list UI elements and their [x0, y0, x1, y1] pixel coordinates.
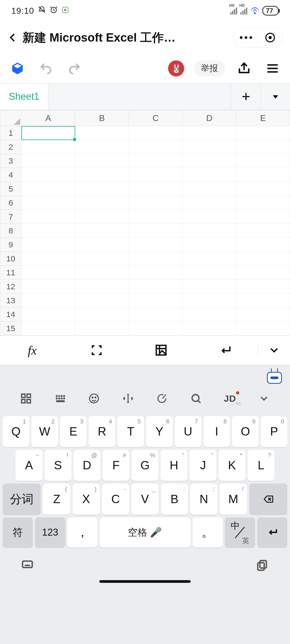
key-t[interactable]: 5T [117, 416, 144, 447]
language-switch-key[interactable]: 中英 [225, 517, 255, 547]
fx-button[interactable]: fx [0, 343, 64, 357]
cell[interactable] [129, 224, 183, 238]
cell[interactable] [21, 266, 75, 280]
enter-key[interactable] [257, 517, 287, 547]
cell[interactable] [236, 210, 290, 224]
cell[interactable] [236, 252, 290, 266]
col-header[interactable]: C [129, 110, 183, 126]
row-header[interactable]: 14 [0, 308, 21, 321]
key-s[interactable]: !S [45, 450, 71, 481]
cell[interactable] [75, 224, 129, 238]
cell[interactable] [21, 224, 75, 238]
cell[interactable] [21, 280, 75, 294]
ime-clip-icon[interactable] [145, 393, 179, 404]
cell[interactable] [21, 196, 75, 210]
cell[interactable] [75, 308, 129, 321]
row-header[interactable]: 2 [0, 140, 21, 154]
cell[interactable] [129, 266, 183, 280]
cell[interactable] [129, 182, 183, 196]
key-r[interactable]: 4R [89, 416, 115, 447]
key-j[interactable]: ”J [190, 450, 216, 481]
cell[interactable] [183, 294, 236, 308]
col-header[interactable]: B [75, 110, 129, 126]
cell[interactable] [21, 126, 75, 140]
spreadsheet-grid[interactable]: A B C D E 123456789101112131415 [0, 110, 290, 335]
home-indicator[interactable] [99, 580, 191, 583]
row-header[interactable]: 4 [0, 168, 21, 182]
cell[interactable] [183, 238, 236, 252]
key-h[interactable]: “H [161, 450, 187, 481]
cell[interactable] [236, 196, 290, 210]
key-b[interactable]: :B [161, 484, 188, 515]
sheet-tab-active[interactable]: Sheet1 [0, 83, 48, 110]
key-l[interactable]: ?L [248, 450, 274, 481]
cell[interactable] [21, 238, 75, 252]
cell[interactable] [129, 140, 183, 154]
cell[interactable] [183, 224, 236, 238]
col-header[interactable]: D [183, 110, 236, 126]
key-m[interactable]: /M [220, 484, 247, 515]
cell[interactable] [183, 182, 236, 196]
undo-button[interactable] [37, 59, 55, 78]
scan-button[interactable] [64, 344, 129, 357]
key-v[interactable]: _V [131, 484, 159, 515]
cell[interactable] [75, 210, 129, 224]
close-capsule-button[interactable] [258, 28, 282, 47]
cell[interactable] [129, 321, 183, 335]
cell[interactable] [75, 252, 129, 266]
cell[interactable] [75, 182, 129, 196]
cell[interactable] [236, 280, 290, 294]
ime-jd-button[interactable]: JDAD [213, 393, 247, 404]
cell[interactable] [129, 238, 183, 252]
key-u[interactable]: 7U [175, 416, 201, 447]
cell[interactable] [129, 168, 183, 182]
key-q[interactable]: 1Q [3, 416, 29, 447]
key-d[interactable]: @D [74, 450, 100, 481]
clipboard-button[interactable] [254, 557, 271, 574]
cell[interactable] [75, 140, 129, 154]
period-key[interactable]: 。 [193, 517, 223, 547]
key-c[interactable]: -C [102, 484, 129, 515]
segment-key[interactable]: 分词 [3, 484, 41, 515]
cell[interactable] [21, 294, 75, 308]
ime-assistant-icon[interactable] [267, 372, 282, 384]
document-title[interactable]: 新建 Microsoft Excel 工作… [23, 30, 176, 46]
cell[interactable] [129, 308, 183, 321]
row-header[interactable]: 9 [0, 238, 21, 252]
row-header[interactable]: 7 [0, 210, 21, 224]
row-header[interactable]: 3 [0, 154, 21, 168]
key-i[interactable]: 8I [204, 416, 230, 447]
cell[interactable] [183, 308, 236, 321]
backspace-key[interactable] [249, 484, 287, 515]
cell[interactable] [75, 196, 129, 210]
report-button[interactable]: 举报 [194, 60, 225, 76]
insert-image-button[interactable] [129, 344, 193, 357]
key-e[interactable]: 3E [60, 416, 87, 447]
cell[interactable] [75, 280, 129, 294]
cell[interactable] [129, 210, 183, 224]
cell[interactable] [236, 168, 290, 182]
cell[interactable] [183, 252, 236, 266]
ime-keyboard-icon[interactable] [43, 393, 77, 404]
row-header[interactable]: 11 [0, 266, 21, 280]
user-avatar[interactable]: 🐰 [168, 60, 184, 76]
cell[interactable] [183, 210, 236, 224]
numbers-key[interactable]: 123 [35, 517, 65, 547]
row-header[interactable]: 10 [0, 252, 21, 266]
cell[interactable] [236, 140, 290, 154]
cell[interactable] [183, 140, 236, 154]
key-w[interactable]: 2W [31, 416, 58, 447]
key-y[interactable]: 6Y [146, 416, 173, 447]
cell[interactable] [129, 196, 183, 210]
ime-emoji-icon[interactable] [77, 393, 111, 404]
cell[interactable] [75, 168, 129, 182]
back-button[interactable] [3, 28, 23, 47]
cell[interactable] [21, 168, 75, 182]
key-a[interactable]: ~A [16, 450, 42, 481]
symbols-key[interactable]: 符 [3, 517, 33, 547]
cell[interactable] [183, 168, 236, 182]
ime-cursor-icon[interactable] [111, 393, 145, 404]
ime-search-icon[interactable] [179, 393, 213, 404]
cell[interactable] [129, 280, 183, 294]
cell[interactable] [21, 140, 75, 154]
